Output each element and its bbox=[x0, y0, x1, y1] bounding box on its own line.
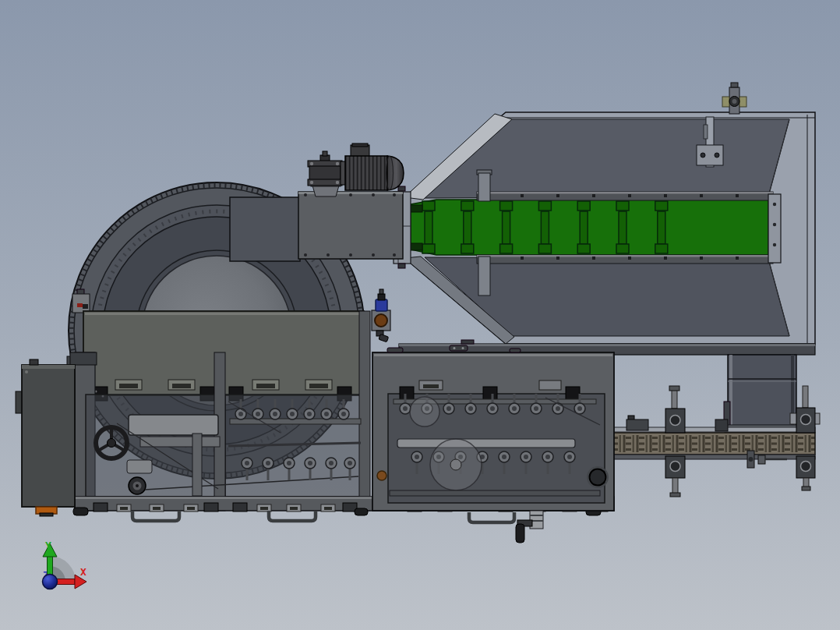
housing-bolt bbox=[349, 193, 352, 196]
origin-triad: Z Y X bbox=[43, 540, 87, 589]
roller-hub bbox=[545, 455, 550, 459]
belt-slat-cap bbox=[500, 201, 513, 211]
roller-hub bbox=[415, 455, 419, 459]
roller-pin bbox=[291, 399, 294, 409]
belt-pulley[interactable] bbox=[129, 477, 146, 494]
roller-hub bbox=[273, 412, 277, 416]
belt-right-end-plate bbox=[768, 194, 781, 263]
roller-pin bbox=[492, 394, 494, 403]
discharge-chute[interactable] bbox=[724, 355, 799, 432]
foot-tab bbox=[233, 503, 247, 511]
housing-bolt bbox=[304, 193, 307, 196]
roller-hub bbox=[512, 406, 517, 411]
roller-hub bbox=[490, 406, 495, 411]
roller-pin bbox=[240, 399, 242, 409]
rail-bolt bbox=[664, 194, 667, 197]
roller-pin bbox=[326, 399, 328, 409]
rail-bolt bbox=[664, 257, 667, 260]
roller-hub bbox=[556, 406, 560, 411]
roller-pin bbox=[557, 394, 559, 403]
axis-y-label: Y bbox=[45, 540, 51, 551]
roller-hub bbox=[307, 412, 312, 416]
bearing-block-left-top[interactable] bbox=[665, 386, 685, 433]
rail-bolt bbox=[700, 257, 703, 260]
roller-hub bbox=[534, 406, 538, 411]
roller-hub bbox=[468, 406, 473, 411]
rail-bolt bbox=[521, 194, 524, 197]
belt-slat-bar bbox=[580, 211, 588, 244]
roller-pin bbox=[309, 399, 311, 409]
belt-slat-cap bbox=[616, 201, 629, 211]
roller-hub bbox=[567, 455, 572, 459]
cad-viewport[interactable]: Z Y X bbox=[0, 0, 840, 630]
belt-slat-cap bbox=[461, 244, 474, 253]
belt-slat-bar bbox=[619, 211, 626, 244]
lubricator[interactable] bbox=[372, 289, 390, 342]
belt-slat-cap bbox=[461, 201, 474, 211]
belt-slat-cap bbox=[538, 244, 551, 253]
roller-hub bbox=[245, 461, 249, 465]
hopper-top-bearing[interactable] bbox=[722, 83, 746, 114]
roller-hub bbox=[348, 461, 352, 465]
gearbox[interactable] bbox=[308, 151, 342, 186]
roller-hub bbox=[290, 412, 295, 416]
oil-sight-glass bbox=[375, 314, 387, 327]
roller-hub bbox=[308, 461, 312, 465]
belt-slat-cap bbox=[655, 201, 668, 211]
roller-hub bbox=[577, 406, 582, 411]
rail-bolt bbox=[736, 257, 739, 260]
housing-bolt bbox=[349, 253, 352, 257]
roller-hub bbox=[403, 406, 408, 411]
bearing-block-left-bottom[interactable] bbox=[665, 456, 685, 497]
housing-bolt bbox=[393, 253, 396, 257]
roller-hub bbox=[324, 412, 329, 416]
plate-bolt bbox=[773, 223, 776, 226]
belt-slat-cap bbox=[616, 244, 629, 253]
pull-handles[interactable] bbox=[132, 511, 514, 522]
foot-tab bbox=[94, 503, 108, 511]
axis-z-origin bbox=[43, 575, 58, 589]
housing-bolt bbox=[372, 193, 375, 196]
roller-pin bbox=[267, 469, 270, 480]
roller-hub bbox=[266, 461, 270, 465]
belt-slat-bar bbox=[464, 211, 471, 244]
housing-slab bbox=[230, 197, 300, 261]
roller-pin bbox=[404, 394, 407, 403]
roller-pin bbox=[246, 469, 249, 480]
drain-knob[interactable] bbox=[377, 471, 386, 480]
roller-pin bbox=[349, 469, 351, 480]
roller-pin bbox=[547, 462, 549, 474]
roller-pin bbox=[579, 394, 581, 403]
electrical-cabinet[interactable] bbox=[16, 359, 75, 516]
roller-pin bbox=[288, 469, 291, 480]
oiler-blue-cup bbox=[376, 299, 387, 311]
housing-bolt bbox=[393, 193, 396, 196]
belt-slat-cap bbox=[538, 201, 551, 211]
rail-bolt bbox=[736, 194, 739, 197]
bearing-block-right-bottom[interactable] bbox=[796, 456, 815, 490]
roller-pin bbox=[569, 462, 571, 474]
rail-bolt bbox=[592, 257, 595, 260]
gearbox-housing-box[interactable] bbox=[298, 192, 403, 259]
plate-bolt bbox=[773, 243, 776, 246]
roller-hub bbox=[329, 461, 334, 465]
rail-bolt bbox=[592, 194, 595, 197]
roller-hub bbox=[341, 412, 346, 416]
belt-slat-cap bbox=[422, 201, 435, 211]
roller-hub bbox=[238, 412, 243, 416]
motor-end-cap bbox=[387, 156, 404, 190]
drive-housing[interactable] bbox=[230, 192, 403, 261]
belt-slat-cap bbox=[655, 244, 668, 253]
rail-bolt bbox=[628, 194, 631, 197]
belt-slat-cap bbox=[577, 201, 590, 211]
chain-band[interactable] bbox=[609, 433, 815, 455]
valve-handle[interactable] bbox=[516, 511, 543, 543]
drive-motor-assembly[interactable] bbox=[308, 143, 404, 196]
right-enclosure[interactable] bbox=[372, 345, 614, 543]
belt-slat-cap bbox=[500, 244, 513, 253]
belt-slat-bar bbox=[425, 211, 432, 244]
motor-body bbox=[345, 156, 387, 190]
foot-tab bbox=[204, 503, 218, 511]
electric-motor[interactable] bbox=[345, 143, 404, 190]
roller-hub bbox=[524, 455, 528, 459]
